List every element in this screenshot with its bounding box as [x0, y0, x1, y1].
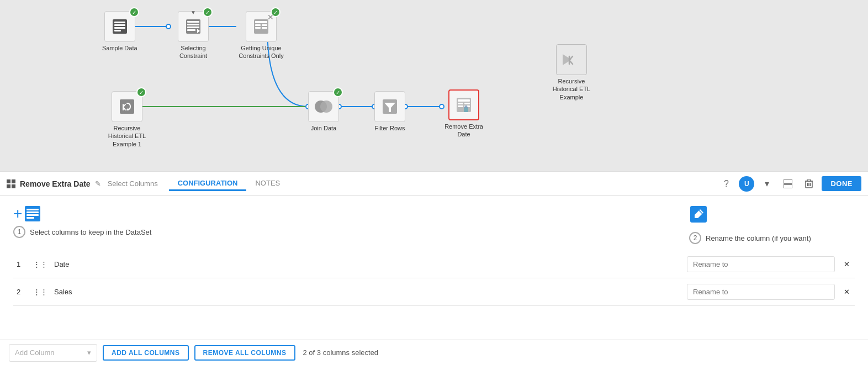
- node-sample-data[interactable]: ✓ Sample Data: [102, 11, 137, 52]
- node-label: Remove Extra Date: [439, 123, 489, 139]
- join-icon: [314, 97, 333, 116]
- svg-marker-41: [464, 108, 468, 112]
- steps-row: + 1 Select columns to keep in the DataSe…: [13, 205, 855, 244]
- svg-rect-25: [255, 21, 267, 23]
- toolbar-subtitle: Select Columns: [108, 179, 158, 188]
- node-box-selected: [448, 89, 479, 120]
- select-icon: [186, 19, 201, 34]
- svg-rect-27: [255, 27, 261, 29]
- svg-rect-47: [784, 179, 792, 183]
- svg-rect-28: [262, 24, 267, 26]
- toolbar-right: ? U ▾ DONE: [718, 176, 861, 192]
- edit-columns-icon: [689, 205, 708, 229]
- svg-rect-44: [12, 179, 15, 183]
- svg-rect-51: [807, 179, 811, 181]
- svg-rect-29: [262, 27, 267, 29]
- svg-rect-20: [187, 24, 199, 25]
- node-selecting-constraint[interactable]: ✓ ▼ Selecting Constraint: [168, 11, 218, 60]
- trash-icon[interactable]: [801, 176, 817, 192]
- node-recursive-etl-example[interactable]: Recursive Historical ETL Example: [547, 44, 596, 101]
- column-count: 2 of 3 columns selected: [303, 348, 379, 357]
- node-getting-unique[interactable]: ✓ ✕ Getting Unique Constraints Only: [236, 11, 286, 60]
- node-remove-extra-date[interactable]: Remove Extra Date: [439, 89, 489, 139]
- svg-rect-56: [27, 209, 39, 210]
- toolbar: Remove Extra Date ✎ Select Columns CONFI…: [0, 172, 868, 196]
- status-check: ✓: [136, 87, 146, 97]
- svg-rect-45: [7, 184, 10, 188]
- chevron-down-icon[interactable]: ▾: [759, 176, 775, 192]
- user-avatar: U: [739, 176, 754, 192]
- node-join-data[interactable]: ✓ Join Data: [308, 91, 339, 132]
- columns-table: 1 ⋮⋮ Date ✕ 2 ⋮⋮ Sales ✕: [13, 251, 855, 306]
- done-button[interactable]: DONE: [822, 176, 861, 191]
- add-column-dropdown[interactable]: Add Column ▾: [9, 344, 97, 362]
- toolbar-tabs: CONFIGURATION NOTES: [169, 177, 289, 191]
- data-icon: [112, 18, 128, 35]
- filter-icon: [382, 99, 398, 114]
- status-check: ✓: [203, 7, 213, 17]
- drag-handle[interactable]: ⋮⋮: [30, 278, 51, 306]
- svg-rect-17: [114, 30, 121, 31]
- node-label: Sample Data: [102, 44, 137, 52]
- svg-rect-15: [114, 24, 125, 26]
- status-check: ✓: [129, 7, 139, 17]
- drag-handle[interactable]: ⋮⋮: [30, 251, 51, 278]
- layout-icon[interactable]: [780, 176, 796, 192]
- edit-icon[interactable]: ✎: [95, 179, 101, 188]
- help-button[interactable]: ?: [718, 176, 734, 192]
- node-label: Recursive Historical ETL Example: [547, 77, 596, 101]
- step-1-label-row: 1 Select columns to keep in the DataSet: [13, 226, 151, 238]
- svg-rect-48: [784, 184, 792, 188]
- col-name: Date: [51, 251, 549, 278]
- svg-rect-16: [114, 27, 125, 29]
- col-rename-cell: [684, 278, 838, 306]
- rename-input[interactable]: [687, 284, 835, 300]
- step-2-area: 2 Rename the column (if you want): [689, 205, 855, 244]
- node-label: Selecting Constraint: [168, 44, 218, 60]
- node-recursive-etl-1[interactable]: ✓ Recursive Historical ETL Example 1: [102, 91, 152, 148]
- step-2-num: 2: [689, 232, 701, 244]
- recursive-icon: [567, 52, 583, 67]
- status-check: ✓: [333, 87, 343, 97]
- svg-rect-37: [458, 103, 463, 104]
- node-box: [374, 91, 405, 122]
- svg-rect-39: [464, 103, 470, 104]
- col-rename-cell: [684, 251, 838, 278]
- add-columns-icon: +: [13, 205, 41, 223]
- remove-col-button[interactable]: ✕: [838, 278, 855, 306]
- remove-all-columns-button[interactable]: REMOVE ALL COLUMNS: [194, 345, 295, 361]
- svg-rect-46: [12, 184, 15, 188]
- svg-rect-36: [458, 99, 470, 102]
- svg-point-32: [320, 100, 332, 113]
- svg-rect-30: [120, 99, 134, 114]
- tab-configuration[interactable]: CONFIGURATION: [169, 177, 247, 191]
- svg-rect-22: [187, 29, 195, 31]
- tab-notes[interactable]: NOTES: [246, 177, 289, 191]
- svg-rect-21: [187, 27, 199, 28]
- table-icon: [253, 19, 269, 34]
- bottom-footer: Add Column ▾ ADD ALL COLUMNS REMOVE ALL …: [0, 340, 868, 365]
- bottom-panel: Remove Extra Date ✎ Select Columns CONFI…: [0, 171, 868, 365]
- recursive-icon: [119, 99, 135, 114]
- node-filter-rows[interactable]: Filter Rows: [374, 91, 405, 132]
- node-label: Join Data: [311, 124, 336, 132]
- node-box: ✓ ▼: [178, 11, 209, 42]
- config-content: + 1 Select columns to keep in the DataSe…: [0, 196, 868, 340]
- step-1-num: 1: [13, 226, 25, 238]
- table-row: 1 ⋮⋮ Date ✕: [13, 251, 855, 278]
- node-label: Filter Rows: [374, 124, 405, 132]
- svg-rect-19: [187, 21, 199, 23]
- remove-col-button[interactable]: ✕: [838, 251, 855, 278]
- node-box: ✓ ✕: [246, 11, 277, 42]
- svg-rect-55: [25, 206, 40, 221]
- rename-input[interactable]: [687, 256, 835, 272]
- step-1-label: Select columns to keep in the DataSet: [30, 228, 151, 236]
- svg-rect-13: [113, 19, 127, 34]
- col-number: 2: [13, 278, 30, 306]
- step-2-label: Rename the column (if you want): [706, 234, 811, 242]
- dropdown-arrow: ▾: [87, 348, 91, 357]
- svg-rect-57: [27, 211, 39, 213]
- node-box: ✓: [104, 11, 135, 42]
- node-x: ✕: [267, 13, 274, 22]
- add-all-columns-button[interactable]: ADD ALL COLUMNS: [103, 345, 189, 361]
